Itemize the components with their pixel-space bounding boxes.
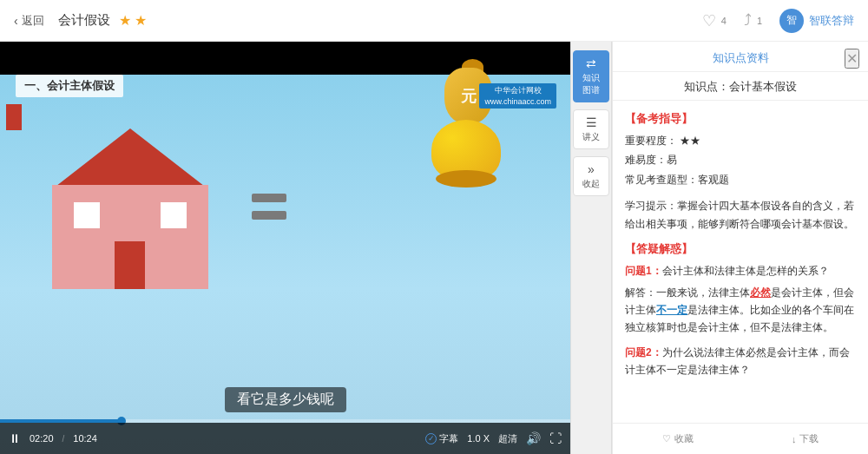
collapse-icon: » (577, 162, 605, 176)
page-title: 会计假设 (58, 12, 110, 29)
star-2: ★ (135, 12, 147, 29)
download-button[interactable]: ↓ 下载 (792, 432, 819, 445)
a1-must: 必然 (750, 286, 771, 299)
importance-stars: ★★ (680, 135, 700, 147)
a1-not: 不一定 (656, 304, 687, 316)
q2-label: 问题2：为什么说法律主体必然是会计主体，而会计主体不一定是法律主体？ (625, 344, 856, 379)
time-total: 10:24 (73, 433, 97, 444)
quality-button[interactable]: 超清 (498, 432, 517, 445)
difficulty-row: 难易度：易 (625, 151, 856, 168)
answer-section-title: 【答疑解惑】 (625, 240, 856, 259)
video-subtitle: 看它是多少钱呢 (225, 387, 346, 412)
q2-strong: 问题2： (625, 346, 662, 359)
window-right (161, 202, 187, 228)
subtitle-button[interactable]: ✓ 字幕 (425, 432, 458, 445)
knowledge-map-button[interactable]: ⇄ 知识图谱 (573, 50, 609, 102)
time-current: 02:20 (30, 433, 54, 444)
eq-bar-top (252, 194, 286, 202)
collect-icon: ♡ (662, 433, 671, 444)
house-roof (52, 128, 208, 189)
answer-section: 【答疑解惑】 问题1：会计主体和法律主体是怎样的关系？ 解答：一般来说，法律主体… (625, 240, 856, 378)
download-icon: ↓ (792, 434, 797, 444)
hint-text: 学习提示：掌握会计四大基本假设各自的含义，若给出相关事项，能够判断符合哪项会计基… (625, 197, 856, 233)
volume-button[interactable]: 🔊 (526, 431, 541, 445)
avatar: 智 (779, 9, 804, 33)
like-button[interactable]: ♡ 4 (702, 11, 727, 30)
video-scene: 一、会计主体假设 (0, 42, 570, 454)
video-area: 一、会计主体假设 (0, 42, 570, 454)
right-panel: ✕ 知识点资料 知识点：会计基本假设 【备考指导】 重要程度： ★★ 难易度：易… (612, 42, 868, 454)
speed-button[interactable]: 1.0 X (467, 433, 490, 444)
a1-text: 解答：一般来说，法律主体必然是会计主体，但会计主体不一定是法律主体。比如企业的各… (625, 284, 856, 337)
collapse-button[interactable]: » 收起 (573, 156, 609, 196)
star-1: ★ (119, 12, 131, 29)
back-arrow-icon: ‹ (14, 14, 18, 28)
scene-label: 一、会计主体假设 (16, 75, 123, 97)
share-count: 1 (757, 16, 762, 26)
window-left (74, 202, 100, 228)
q1-label: 问题1：会计主体和法律主体是怎样的关系？ (625, 262, 856, 280)
collapse-label: 收起 (582, 179, 600, 188)
equals-sign (252, 194, 286, 220)
nav-right: ♡ 4 ⤴ 1 智 智联答辩 (702, 9, 854, 33)
check-circle-icon: ✓ (425, 433, 437, 444)
question-type-row: 常见考查题型：客观题 (625, 171, 856, 188)
share-button[interactable]: ⤴ 1 (744, 11, 762, 30)
exam-section-title: 【备考指导】 (625, 109, 856, 128)
coin-pile (431, 120, 501, 181)
play-pause-button[interactable]: ⏸ (9, 431, 21, 445)
black-bar-top (0, 42, 570, 75)
video-logo: 中华会计网校 www.chinaacc.com (479, 83, 556, 109)
like-count: 4 (721, 16, 727, 26)
download-label: 下载 (799, 432, 819, 445)
a1-prefix: 解答：一般来说，法律主体 (625, 286, 750, 299)
coins-graphic (431, 120, 501, 181)
collect-button[interactable]: ♡ 收藏 (662, 432, 694, 445)
video-frame[interactable]: 一、会计主体假设 (0, 42, 570, 454)
fullscreen-button[interactable]: ⛶ (549, 431, 562, 445)
back-label: 返回 (22, 13, 44, 29)
eq-bar-bottom (252, 211, 286, 220)
lecture-notes-button[interactable]: ☰ 讲义 (573, 109, 609, 149)
panel-bottom: ♡ 收藏 ↓ 下载 (613, 423, 868, 454)
logo-box: 中华会计网校 www.chinaacc.com (479, 83, 556, 109)
knowledge-map-label: 知识图谱 (582, 73, 600, 95)
importance-row: 重要程度： ★★ (625, 132, 856, 149)
back-button[interactable]: ‹ 返回 (14, 13, 44, 29)
subtitle-label: 字幕 (439, 432, 458, 445)
user-button[interactable]: 智 智联答辩 (779, 9, 854, 33)
side-toolbar: ⇄ 知识图谱 ☰ 讲义 » 收起 (570, 42, 612, 454)
lecture-notes-icon: ☰ (577, 115, 605, 129)
q1-strong: 问题1： (625, 265, 662, 277)
house-body (52, 185, 208, 289)
logo-line1: 中华会计网校 (484, 85, 551, 96)
star-rating: ★ ★ (119, 12, 147, 29)
video-controls: ⏸ 02:20 / 10:24 ✓ 字幕 1.0 X 超清 🔊 ⛶ (0, 423, 570, 454)
panel-body: 【备考指导】 重要程度： ★★ 难易度：易 常见考查题型：客观题 学习提示：掌握… (613, 101, 868, 423)
house-door (115, 241, 145, 289)
knowledge-map-icon: ⇄ (577, 56, 605, 70)
panel-tabs: 知识点资料 (613, 42, 868, 72)
importance-label: 重要程度： (625, 135, 677, 147)
panel-title: 知识点：会计基本假设 (613, 72, 868, 101)
panel-tab-knowledge[interactable]: 知识点资料 (713, 50, 769, 66)
logo-line2: www.chinaacc.com (484, 96, 551, 108)
chimney (6, 104, 22, 130)
main-content: 一、会计主体假设 (0, 42, 868, 454)
top-nav: ‹ 返回 会计假设 ★ ★ ♡ 4 ⤴ 1 智 智联答辩 (0, 0, 868, 42)
share-icon: ⤴ (744, 11, 752, 30)
panel-close-button[interactable]: ✕ (845, 49, 859, 69)
collect-label: 收藏 (674, 432, 694, 445)
user-label: 智联答辩 (809, 13, 854, 29)
like-icon: ♡ (702, 11, 716, 30)
time-separator: / (62, 434, 65, 444)
lecture-notes-label: 讲义 (582, 132, 600, 141)
